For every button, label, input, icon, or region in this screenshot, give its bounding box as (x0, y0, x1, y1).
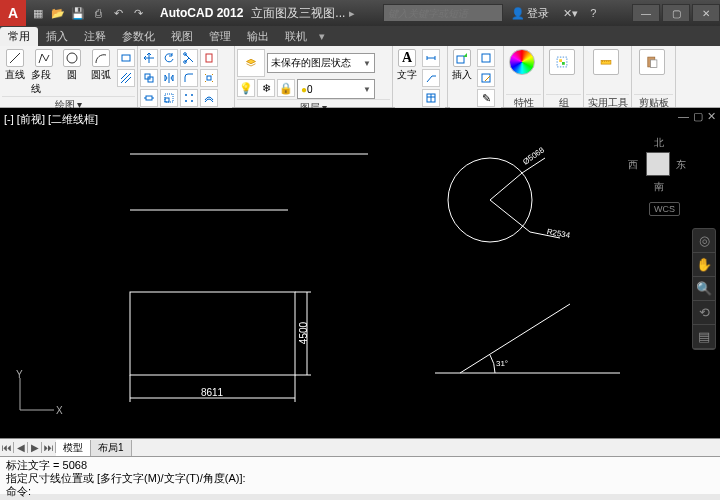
cmd-history-1: 标注文字 = 5068 (6, 459, 714, 472)
layer-props-icon[interactable] (237, 49, 265, 77)
svg-rect-8 (207, 76, 211, 80)
properties-button[interactable] (506, 49, 538, 75)
dim-linear-icon[interactable] (422, 49, 440, 67)
tab-manage[interactable]: 管理 (201, 27, 239, 46)
attrib-icon[interactable]: ✎ (477, 89, 495, 107)
maximize-button[interactable]: ▢ (662, 4, 690, 22)
wheel-icon[interactable]: ◎ (693, 229, 715, 253)
hatch-icon[interactable] (117, 69, 135, 87)
tab-online[interactable]: 联机 (277, 27, 315, 46)
exchange-icon[interactable]: ✕▾ (563, 7, 578, 20)
tab-first-icon[interactable]: ⏮ (0, 442, 14, 453)
tab-home[interactable]: 常用 (0, 27, 38, 46)
tab-output[interactable]: 输出 (239, 27, 277, 46)
orbit-icon[interactable]: ⟲ (693, 301, 715, 325)
drawing-canvas[interactable]: [-] [前视] [二维线框] — ▢ ✕ 8611 4500 Ø5068 R2… (0, 108, 720, 438)
panel-label-clip[interactable]: 剪贴板 (634, 94, 673, 106)
svg-rect-21 (559, 59, 562, 62)
scale-icon[interactable] (160, 89, 178, 107)
tab-annotate[interactable]: 注释 (76, 27, 114, 46)
tab-parametric[interactable]: 参数化 (114, 27, 163, 46)
zoom-icon[interactable]: 🔍 (693, 277, 715, 301)
erase-icon[interactable] (200, 49, 218, 67)
undo-icon[interactable]: ↶ (110, 5, 126, 21)
open-icon[interactable]: 📂 (50, 5, 66, 21)
insert-button[interactable]: 插入 (450, 49, 474, 82)
panel-annotation: A文字 注释 ▾ (393, 46, 448, 107)
arc-button[interactable]: 圆弧 (88, 49, 114, 82)
redo-icon[interactable]: ↷ (130, 5, 146, 21)
showmotion-icon[interactable]: ▤ (693, 325, 715, 349)
offset-icon[interactable] (200, 89, 218, 107)
copy-icon[interactable] (140, 69, 158, 87)
model-tab[interactable]: 模型 (56, 440, 91, 456)
tab-expand-icon[interactable]: ▾ (319, 30, 325, 43)
svg-text:Y: Y (16, 369, 23, 380)
pan-icon[interactable]: ✋ (693, 253, 715, 277)
dim-width: 8611 (201, 387, 224, 398)
mirror-icon[interactable] (160, 69, 178, 87)
command-line[interactable]: 标注文字 = 5068 指定尺寸线位置或 [多行文字(M)/文字(T)/角度(A… (0, 456, 720, 494)
viewcube[interactable]: 北 南 西 东 (626, 132, 690, 196)
polyline-button[interactable]: 多段线 (31, 49, 57, 96)
doc-title: 立面图及三视图... (251, 5, 345, 22)
stretch-icon[interactable] (140, 89, 158, 107)
fillet-icon[interactable] (180, 69, 198, 87)
tab-last-icon[interactable]: ⏭ (42, 442, 56, 453)
panel-utilities: 实用工具 (584, 46, 632, 107)
edit-block-icon[interactable] (477, 69, 495, 87)
svg-rect-2 (122, 55, 130, 61)
layer-current-combo[interactable]: ● 0▼ (297, 79, 375, 99)
paste-button[interactable] (634, 49, 670, 75)
circle-button[interactable]: 圆 (60, 49, 86, 82)
tab-insert[interactable]: 插入 (38, 27, 76, 46)
rotate-icon[interactable] (160, 49, 178, 67)
svg-rect-10 (165, 98, 169, 102)
panel-block: 插入 ✎ 块 ▾ (448, 46, 504, 107)
search-input[interactable] (383, 4, 503, 22)
wcs-badge[interactable]: WCS (649, 202, 680, 216)
layout1-tab[interactable]: 布局1 (91, 440, 132, 456)
login-button[interactable]: 👤 登录 (511, 6, 549, 21)
explode-icon[interactable] (200, 69, 218, 87)
leader-icon[interactable] (422, 69, 440, 87)
close-button[interactable]: ✕ (692, 4, 720, 22)
layer-lock-icon[interactable]: 🔒 (277, 79, 295, 97)
layer-state-combo[interactable]: 未保存的图层状态▼ (267, 53, 375, 73)
panel-draw: 直线 多段线 圆 圆弧 绘图 ▾ (0, 46, 138, 107)
rect-icon[interactable] (117, 49, 135, 67)
svg-point-15 (191, 100, 193, 102)
svg-rect-9 (146, 96, 152, 100)
panel-group: 组 (544, 46, 584, 107)
group-button[interactable] (546, 49, 578, 75)
save-icon[interactable]: 💾 (70, 5, 86, 21)
navigation-bar: ◎ ✋ 🔍 ⟲ ▤ (692, 228, 716, 350)
minimize-button[interactable]: — (632, 4, 660, 22)
measure-button[interactable] (586, 49, 626, 75)
layer-off-icon[interactable]: 💡 (237, 79, 255, 97)
create-block-icon[interactable] (477, 49, 495, 67)
new-icon[interactable]: ▦ (30, 5, 46, 21)
app-logo[interactable]: A (0, 0, 26, 26)
move-icon[interactable] (140, 49, 158, 67)
layer-freeze-icon[interactable]: ❄ (257, 79, 275, 97)
table-icon[interactable] (422, 89, 440, 107)
panel-label-prop[interactable]: 特性 (506, 94, 541, 106)
tab-next-icon[interactable]: ▶ (28, 442, 42, 453)
panel-layer: 未保存的图层状态▼ 💡 ❄ 🔒 ● 0▼ 图层 ▾ (235, 46, 393, 107)
panel-clipboard: 剪贴板 (632, 46, 676, 107)
svg-rect-28 (130, 292, 295, 375)
print-icon[interactable]: ⎙ (90, 5, 106, 21)
text-button[interactable]: A文字 (395, 49, 419, 82)
trim-icon[interactable] (180, 49, 198, 67)
tab-prev-icon[interactable]: ◀ (14, 442, 28, 453)
panel-label-util[interactable]: 实用工具 (586, 94, 629, 106)
ribbon-tabs: 常用 插入 注释 参数化 视图 管理 输出 联机 ▾ (0, 26, 720, 46)
array-icon[interactable] (180, 89, 198, 107)
panel-label-group[interactable]: 组 (546, 94, 581, 106)
help-icon[interactable]: ? (590, 7, 596, 19)
line-button[interactable]: 直线 (2, 49, 28, 82)
panel-label-draw[interactable]: 绘图 ▾ (2, 96, 135, 108)
drawing-svg: 8611 4500 Ø5068 R2534 31° (0, 108, 720, 438)
tab-view[interactable]: 视图 (163, 27, 201, 46)
